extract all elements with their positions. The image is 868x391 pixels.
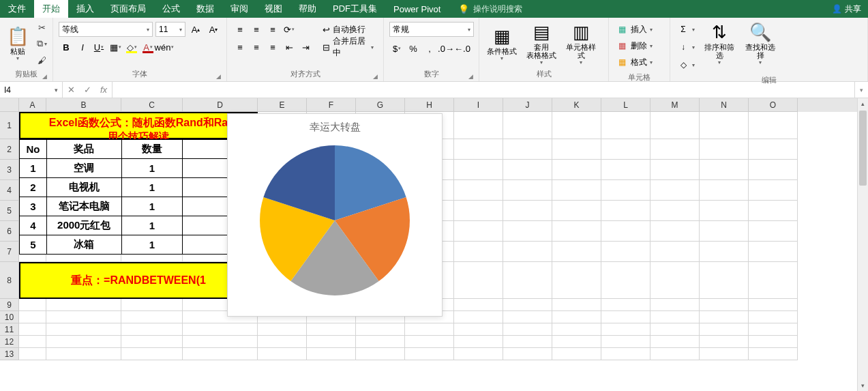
clear-button[interactable]: ◇▾: [677, 57, 695, 72]
column-header-D[interactable]: D: [183, 98, 258, 112]
column-header-I[interactable]: I: [454, 98, 503, 112]
row-header-11[interactable]: 11: [0, 323, 19, 336]
increase-indent-button[interactable]: ⇥: [298, 40, 313, 55]
accounting-format-button[interactable]: $: [389, 41, 404, 56]
align-left-button[interactable]: ≡: [233, 40, 248, 55]
column-header-J[interactable]: J: [503, 98, 552, 112]
copy-button[interactable]: ⧉: [34, 37, 49, 50]
percent-button[interactable]: %: [406, 41, 421, 56]
select-all-corner[interactable]: [0, 98, 19, 112]
format-painter-button[interactable]: 🖌: [34, 53, 49, 67]
scroll-up-button[interactable]: ▴: [858, 98, 868, 109]
delete-cells-button[interactable]: ▦删除▾: [616, 38, 653, 53]
number-format-select[interactable]: 常规▾: [389, 22, 474, 37]
name-box[interactable]: I4▾: [0, 82, 63, 98]
fill-button[interactable]: ↓▾: [677, 40, 695, 55]
find-select-button[interactable]: 🔍查找和选择▾: [740, 19, 781, 68]
align-center-button[interactable]: ≡: [249, 40, 264, 55]
format-as-table-button[interactable]: ▤套用 表格格式▾: [522, 19, 561, 68]
tab-home[interactable]: 开始: [34, 0, 68, 18]
row-header-6[interactable]: 6: [0, 221, 19, 242]
vertical-scrollbar[interactable]: ▴ ▾: [857, 98, 868, 391]
number-dialog-launcher[interactable]: ◢: [468, 73, 473, 80]
cell-styles-button[interactable]: ▥单元格样式▾: [561, 19, 601, 68]
column-header-C[interactable]: C: [121, 98, 183, 112]
row-header-5[interactable]: 5: [0, 201, 19, 221]
tab-data[interactable]: 数据: [188, 0, 222, 18]
sort-filter-button[interactable]: ⇅排序和筛选▾: [699, 19, 740, 68]
column-header-K[interactable]: K: [552, 98, 601, 112]
wrap-text-button[interactable]: ↩自动换行: [318, 22, 378, 37]
fx-button[interactable]: fx: [95, 85, 112, 95]
column-header-M[interactable]: M: [650, 98, 700, 112]
increase-decimal-button[interactable]: .0→: [438, 41, 453, 56]
orientation-button[interactable]: ⟳: [282, 22, 297, 37]
row-header-3[interactable]: 3: [0, 160, 19, 180]
decrease-indent-button[interactable]: ⇤: [282, 40, 297, 55]
scroll-thumb[interactable]: [859, 111, 867, 186]
fill-color-button[interactable]: ◇: [124, 40, 139, 55]
phonetic-button[interactable]: wén: [157, 40, 172, 55]
column-header-N[interactable]: N: [700, 98, 749, 112]
column-header-B[interactable]: B: [46, 98, 121, 112]
row-header-2[interactable]: 2: [0, 139, 19, 160]
row-header-9[interactable]: 9: [0, 299, 19, 311]
tab-insert[interactable]: 插入: [68, 0, 102, 18]
clipboard-dialog-launcher[interactable]: ◢: [42, 73, 47, 80]
tab-view[interactable]: 视图: [256, 0, 290, 18]
font-dialog-launcher[interactable]: ◢: [216, 73, 221, 80]
tab-pdf[interactable]: PDF工具集: [325, 0, 385, 18]
tab-power-pivot[interactable]: Power Pivot: [385, 0, 449, 18]
border-button[interactable]: ▦: [108, 40, 123, 55]
merge-center-button[interactable]: ⊟合并后居中▾: [318, 40, 378, 55]
column-header-G[interactable]: G: [356, 98, 405, 112]
row-header-4[interactable]: 4: [0, 180, 19, 201]
font-size-select[interactable]: 11▾: [155, 22, 185, 37]
italic-button[interactable]: I: [75, 40, 90, 55]
tab-review[interactable]: 审阅: [222, 0, 256, 18]
row-header-1[interactable]: 1: [0, 112, 19, 139]
tab-help[interactable]: 帮助: [290, 0, 325, 18]
row-header-10[interactable]: 10: [0, 311, 19, 323]
column-header-A[interactable]: A: [19, 98, 46, 112]
conditional-formatting-button[interactable]: ▦条件格式▾: [482, 19, 522, 68]
alignment-dialog-launcher[interactable]: ◢: [373, 73, 378, 80]
share-button[interactable]: 👤 共享: [825, 0, 868, 18]
tab-formulas[interactable]: 公式: [154, 0, 188, 18]
scroll-down-button[interactable]: ▾: [858, 380, 868, 391]
embedded-chart[interactable]: 幸运大转盘: [227, 113, 443, 317]
comma-button[interactable]: ,: [422, 41, 437, 56]
font-color-button[interactable]: A: [140, 40, 155, 55]
cut-button[interactable]: ✂: [34, 20, 49, 34]
font-name-select[interactable]: 等线▾: [59, 22, 153, 37]
increase-font-button[interactable]: A▴: [188, 22, 203, 37]
column-header-H[interactable]: H: [405, 98, 454, 112]
bold-button[interactable]: B: [59, 40, 74, 55]
confirm-formula-button[interactable]: ✓: [79, 85, 95, 95]
cells-canvas[interactable]: Excel函数公式：随机函数Rand和Ra 用个技巧解读 No 奖品 数量 1空…: [19, 112, 857, 391]
align-bottom-button[interactable]: ≡: [265, 22, 280, 37]
tab-page-layout[interactable]: 页面布局: [102, 0, 154, 18]
align-right-button[interactable]: ≡: [265, 40, 280, 55]
column-header-L[interactable]: L: [601, 98, 650, 112]
column-header-O[interactable]: O: [749, 98, 798, 112]
row-header-8[interactable]: 8: [0, 262, 19, 299]
tab-file[interactable]: 文件: [0, 0, 34, 18]
decrease-font-button[interactable]: A▾: [206, 22, 221, 37]
column-header-E[interactable]: E: [258, 98, 307, 112]
cancel-formula-button[interactable]: ✕: [63, 85, 79, 95]
row-header-7[interactable]: 7: [0, 242, 19, 262]
row-header-13[interactable]: 13: [0, 348, 19, 360]
align-middle-button[interactable]: ≡: [249, 22, 264, 37]
align-top-button[interactable]: ≡: [233, 22, 248, 37]
tell-me-search[interactable]: 💡 操作说明搜索: [449, 0, 532, 18]
autosum-button[interactable]: Σ▾: [677, 22, 695, 37]
format-icon: ▦: [616, 57, 628, 67]
underline-button[interactable]: U: [91, 40, 106, 55]
insert-cells-button[interactable]: ▦插入▾: [616, 22, 653, 37]
column-header-F[interactable]: F: [307, 98, 356, 112]
format-cells-button[interactable]: ▦格式▾: [616, 55, 653, 70]
decrease-decimal-button[interactable]: ←.0: [455, 41, 470, 56]
row-header-12[interactable]: 12: [0, 336, 19, 348]
paste-button[interactable]: 📋 粘贴 ▾: [3, 19, 33, 68]
